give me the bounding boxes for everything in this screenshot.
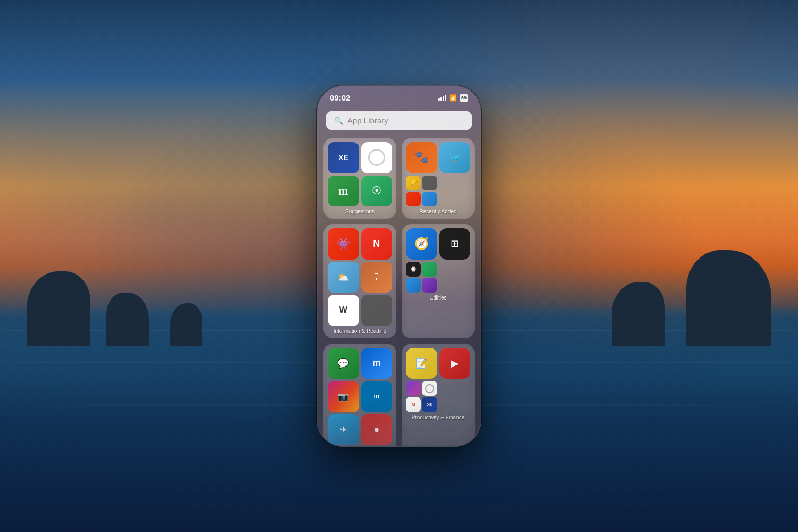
signal-icon bbox=[438, 95, 446, 101]
mini-findmy[interactable] bbox=[422, 262, 437, 277]
folder-main-prod: 📝 ▶ M bbox=[406, 348, 470, 412]
app-linkedin[interactable]: in bbox=[361, 381, 393, 412]
small-grid-keys: 🔑 bbox=[406, 176, 437, 207]
mini-app3[interactable] bbox=[422, 192, 437, 206]
app-paw[interactable]: 🐾 bbox=[406, 142, 437, 173]
folder-label-recently: Recently Added bbox=[406, 209, 470, 214]
folder-main: 🐾 🐦 🔑 bbox=[406, 142, 470, 206]
mini-app1[interactable] bbox=[422, 176, 437, 190]
folder-utilities[interactable]: 🧭 ⊞ ⌚ bbox=[402, 224, 475, 338]
status-bar: 09:02 📶 69 bbox=[317, 86, 481, 106]
circle-logo bbox=[368, 149, 385, 166]
mini-app2[interactable] bbox=[406, 192, 421, 206]
mini-keys[interactable]: 🔑 bbox=[406, 176, 421, 190]
folder-social[interactable]: 💬 m 📷 in ✈ ⏺ bbox=[323, 344, 396, 447]
status-icons: 📶 69 bbox=[438, 94, 468, 102]
search-placeholder: App Library bbox=[347, 116, 388, 125]
search-bar[interactable]: 🔍 App Library bbox=[326, 111, 472, 130]
app-grid: XE m ⦿ Suggestions bbox=[317, 138, 481, 446]
app-weather[interactable]: ⛅ bbox=[328, 262, 359, 293]
folder-productivity[interactable]: 📝 ▶ M bbox=[402, 344, 475, 447]
app-xe[interactable]: XE bbox=[328, 142, 359, 173]
app-wiki[interactable]: W bbox=[328, 295, 359, 326]
app-reddit[interactable]: 👾 bbox=[328, 228, 359, 260]
app-safari[interactable]: 🧭 bbox=[406, 228, 437, 260]
app-dummy[interactable] bbox=[361, 295, 393, 326]
app-messages[interactable]: 💬 bbox=[328, 348, 359, 379]
folder-label-info: Information & Reading bbox=[328, 328, 392, 334]
folder-label-prod: Productivity & Finance bbox=[406, 414, 470, 420]
app-podcast[interactable]: 🎙 bbox=[361, 262, 393, 293]
folder-main-util: 🧭 ⊞ ⌚ bbox=[406, 228, 470, 293]
mini-shortcuts[interactable] bbox=[406, 381, 421, 396]
mini-xe[interactable]: XE bbox=[422, 397, 437, 412]
app-news[interactable]: N bbox=[361, 228, 393, 260]
mini-filer[interactable] bbox=[406, 278, 421, 293]
app-calculator[interactable]: ⊞ bbox=[439, 228, 471, 260]
folder-apps: XE m ⦿ bbox=[328, 142, 392, 206]
phone-screen: 09:02 📶 69 🔍 App Library bbox=[317, 86, 481, 446]
small-grid-prod: M XE bbox=[406, 381, 437, 412]
app-circle[interactable] bbox=[361, 142, 393, 173]
small-grid-util: ⌚ bbox=[406, 262, 437, 293]
app-findmy[interactable]: ⦿ bbox=[361, 176, 393, 207]
app-messenger[interactable]: m bbox=[361, 348, 393, 379]
folder-label-util: Utilities bbox=[406, 295, 470, 301]
app-instagram[interactable]: 📷 bbox=[328, 381, 359, 412]
mini-pod[interactable] bbox=[422, 278, 437, 293]
mini-circle[interactable] bbox=[422, 381, 437, 396]
mini-watch[interactable]: ⌚ bbox=[406, 262, 421, 277]
app-notes[interactable]: 📝 bbox=[406, 348, 437, 379]
wifi-icon: 📶 bbox=[449, 94, 457, 102]
battery-level: 69 bbox=[461, 95, 467, 101]
app-memo[interactable]: m bbox=[328, 176, 359, 207]
phone-frame: 09:02 📶 69 🔍 App Library bbox=[317, 85, 481, 447]
status-time: 09:02 bbox=[330, 93, 350, 102]
folder-info-reading[interactable]: 👾 N ⛅ 🎙 W Information & bbox=[323, 224, 396, 338]
app-bird[interactable]: 🐦 bbox=[439, 142, 471, 173]
mini-gmail[interactable]: M bbox=[406, 397, 421, 412]
folder-apps-info: 👾 N ⛅ 🎙 W bbox=[328, 228, 392, 326]
folder-recently-added[interactable]: 🐾 🐦 🔑 Recently Add bbox=[402, 138, 475, 219]
search-icon: 🔍 bbox=[334, 117, 343, 125]
battery-indicator: 69 bbox=[460, 94, 468, 102]
app-speeko[interactable]: ▶ bbox=[439, 348, 471, 379]
folder-apps-social: 💬 m 📷 in ✈ ⏺ bbox=[328, 348, 392, 446]
folder-label-suggestions: Suggestions bbox=[328, 209, 392, 214]
folder-suggestions[interactable]: XE m ⦿ Suggestions bbox=[323, 138, 396, 219]
app-record[interactable]: ⏺ bbox=[361, 414, 393, 446]
app-telegram[interactable]: ✈ bbox=[328, 414, 359, 446]
